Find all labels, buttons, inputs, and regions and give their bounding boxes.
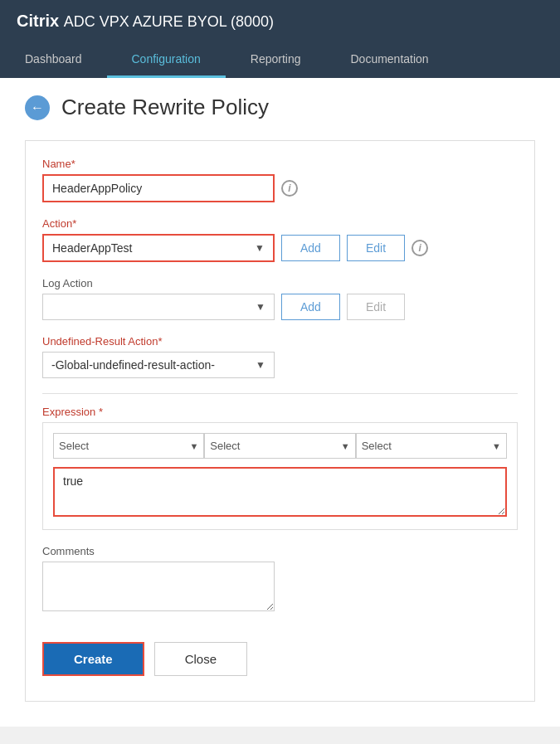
name-label: Name* — [42, 158, 518, 170]
action-chevron-icon: ▼ — [246, 236, 273, 260]
expression-group: Expression * Select ▼ Select ▼ — [42, 406, 518, 530]
action-edit-button[interactable]: Edit — [347, 235, 405, 261]
expr-select3[interactable]: Select — [357, 434, 487, 458]
expression-section: Select ▼ Select ▼ Select ▼ — [42, 422, 518, 530]
log-action-edit-button: Edit — [347, 294, 405, 320]
log-action-add-button[interactable]: Add — [281, 294, 340, 320]
tab-reporting[interactable]: Reporting — [226, 42, 326, 78]
expr-select1-wrapper[interactable]: Select ▼ — [53, 433, 204, 459]
name-info-icon[interactable]: i — [281, 180, 298, 197]
expr-select1[interactable]: Select — [54, 434, 184, 458]
action-input-row: HeaderAppTest ▼ Add Edit i — [42, 234, 518, 262]
comments-group: Comments — [42, 545, 518, 614]
log-action-chevron-icon: ▼ — [247, 295, 274, 319]
close-button[interactable]: Close — [154, 642, 247, 676]
log-action-select[interactable] — [43, 294, 247, 319]
footer-buttons: Create Close — [42, 634, 518, 676]
expression-label: Expression * — [42, 406, 518, 418]
name-input-row: i — [42, 174, 518, 202]
expr-select2[interactable]: Select — [205, 434, 335, 458]
expr-chevron3-icon: ▼ — [487, 435, 506, 457]
log-action-label: Log Action — [42, 277, 518, 289]
log-action-group: Log Action ▼ Add Edit — [42, 277, 518, 320]
expr-select3-wrapper[interactable]: Select ▼ — [356, 433, 507, 459]
divider — [42, 393, 518, 394]
undef-action-select-wrapper[interactable]: -Global-undefined-result-action- ▼ — [42, 352, 275, 378]
log-action-select-wrapper[interactable]: ▼ — [42, 294, 275, 320]
expression-textarea[interactable]: true — [53, 467, 507, 517]
comments-label: Comments — [42, 545, 518, 557]
action-info-icon[interactable]: i — [411, 240, 428, 256]
brand-rest: ADC VPX AZURE BYOL (8000) — [64, 13, 274, 30]
expression-dropdowns: Select ▼ Select ▼ Select ▼ — [53, 433, 507, 459]
main-content: ← Create Rewrite Policy Name* i Action* … — [0, 78, 560, 727]
page-title: Create Rewrite Policy — [61, 95, 269, 120]
create-button[interactable]: Create — [42, 642, 144, 676]
tab-documentation[interactable]: Documentation — [325, 42, 453, 78]
action-add-button[interactable]: Add — [281, 235, 340, 261]
expr-chevron2-icon: ▼ — [336, 435, 355, 457]
comments-input[interactable] — [42, 562, 275, 611]
page-title-row: ← Create Rewrite Policy — [25, 95, 535, 120]
action-group: Action* HeaderAppTest ▼ Add Edit i — [42, 217, 518, 262]
brand-citrix: Citrix — [17, 12, 59, 30]
back-button[interactable]: ← — [25, 95, 50, 120]
name-group: Name* i — [42, 158, 518, 202]
undef-action-label: Undefined-Result Action* — [42, 335, 518, 348]
undef-chevron-icon: ▼ — [247, 353, 274, 377]
undef-action-group: Undefined-Result Action* -Global-undefin… — [42, 335, 518, 378]
log-action-input-row: ▼ Add Edit — [42, 294, 518, 320]
undef-action-select[interactable]: -Global-undefined-result-action- — [43, 353, 247, 377]
action-label: Action* — [42, 217, 518, 230]
name-input[interactable] — [42, 174, 275, 202]
app-header: Citrix ADC VPX AZURE BYOL (8000) — [0, 0, 560, 42]
nav-tabs: Dashboard Configuration Reporting Docume… — [0, 42, 560, 78]
expr-select2-wrapper[interactable]: Select ▼ — [204, 433, 355, 459]
action-select-wrapper[interactable]: HeaderAppTest ▼ — [42, 234, 275, 262]
expr-chevron1-icon: ▼ — [184, 435, 203, 457]
tab-dashboard[interactable]: Dashboard — [0, 42, 107, 78]
action-select[interactable]: HeaderAppTest — [44, 236, 246, 260]
tab-configuration[interactable]: Configuration — [107, 42, 226, 78]
brand-title: Citrix ADC VPX AZURE BYOL (8000) — [17, 12, 274, 31]
form-section: Name* i Action* HeaderAppTest ▼ Add Edit… — [25, 140, 535, 702]
